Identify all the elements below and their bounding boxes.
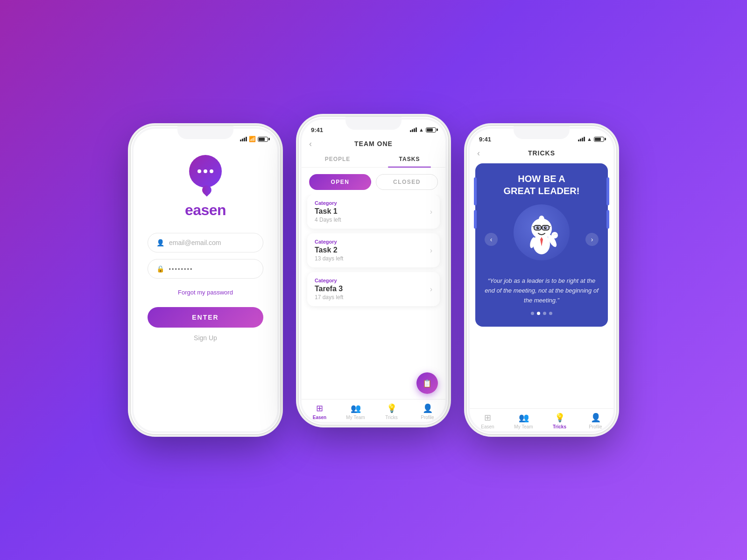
profile-nav-label: Profile [421, 415, 434, 420]
svg-point-13 [545, 227, 546, 228]
screen-title-tricks: TRICKS [528, 149, 555, 157]
enter-button[interactable]: ENTER [148, 307, 263, 328]
phones-container: 📶 easen 👤 email@email. [131, 126, 616, 434]
svg-point-2 [539, 216, 544, 223]
tricks-nav-icon: 💡 [387, 403, 397, 413]
task-days-1: 4 Days left [315, 217, 341, 223]
nav-easen[interactable]: ⊞ Easen [302, 403, 338, 420]
prev-slide-button[interactable]: ‹ [485, 233, 498, 246]
nav-profile-tricks[interactable]: 👤 Profile [578, 413, 613, 429]
screen-header-tricks: ‹ TRICKS [470, 146, 613, 160]
nav-easen-tricks[interactable]: ⊞ Easen [470, 413, 506, 429]
task-category-1: Category [315, 200, 341, 206]
phone-tricks: 9:41 ▲ ‹ TRICKS [467, 126, 616, 434]
left-accent-1 [474, 177, 477, 205]
back-arrow[interactable]: ‹ [309, 139, 312, 149]
signal-bars-icon-2 [410, 127, 417, 132]
easen-icon-tricks: ⊞ [484, 413, 491, 423]
nav-myteam-tricks[interactable]: 👥 My Team [506, 413, 542, 429]
tricks-nav-label: Tricks [385, 415, 397, 420]
phone-notch [177, 126, 233, 139]
task-card-1[interactable]: Category Task 1 4 Days left › [307, 195, 440, 229]
slide-dot-4 [549, 312, 552, 315]
task-name-3: Tarefa 3 [315, 285, 343, 293]
signal-bars-icon [240, 137, 247, 141]
wifi-icon-3: ▲ [587, 136, 592, 142]
nav-myteam[interactable]: 👥 My Team [338, 403, 374, 420]
filter-open-button[interactable]: OPEN [309, 174, 371, 190]
right-accent-2 [606, 210, 609, 229]
nav-profile[interactable]: 👤 Profile [409, 403, 445, 420]
myteam-nav-label: My Team [346, 415, 365, 420]
slide-dot-2 [537, 312, 540, 315]
tab-people[interactable]: PEOPLE [302, 152, 374, 167]
next-slide-button[interactable]: › [585, 233, 599, 246]
profile-icon-tricks: 👤 [591, 413, 601, 423]
easen-label-tricks: Easen [481, 424, 494, 429]
back-arrow-tricks[interactable]: ‹ [477, 148, 480, 158]
password-placeholder: •••••••• [169, 266, 254, 272]
tricks-screen: 9:41 ▲ ‹ TRICKS [470, 129, 613, 431]
mascot-svg [521, 209, 563, 256]
signal-bars-icon-3 [578, 137, 585, 141]
tricks-label-active: Tricks [553, 424, 566, 429]
password-field[interactable]: 🔒 •••••••• [148, 259, 263, 279]
bottom-nav-tasks: ⊞ Easen 👥 My Team 💡 Tricks 👤 Profile [302, 399, 445, 422]
right-accent-1 [606, 177, 609, 205]
tricks-card: HOW BE AGREAT LEADER! ‹ [475, 163, 608, 327]
tasks-list: Category Task 1 4 Days left › Category T… [302, 195, 445, 399]
tricks-card-title: HOW BE AGREAT LEADER! [504, 173, 580, 197]
task-card-2[interactable]: Category Task 2 13 days left › [307, 233, 440, 267]
add-task-fab[interactable]: 📋 [416, 372, 438, 394]
task-days-2: 13 days left [315, 255, 343, 262]
task-name-1: Task 1 [315, 207, 341, 216]
myteam-icon-tricks: 👥 [519, 413, 529, 423]
task-days-3: 17 days left [315, 294, 343, 301]
task-card-3[interactable]: Category Tarefa 3 17 days left › [307, 272, 440, 306]
myteam-label-tricks: My Team [514, 424, 533, 429]
nav-tricks[interactable]: 💡 Tricks [374, 403, 409, 420]
phone-notch-2 [345, 117, 402, 130]
logo-dots [197, 169, 213, 173]
forgot-password-link[interactable]: Forgot my password [178, 289, 233, 296]
tricks-quote: “Your job as a leader is to be right at … [483, 276, 600, 305]
task-category-2: Category [315, 239, 343, 245]
easen-nav-icon: ⊞ [316, 403, 323, 413]
filter-row: OPEN CLOSED [302, 169, 445, 195]
status-time-3: 9:41 [479, 136, 491, 143]
slide-dot-1 [531, 312, 534, 315]
add-icon: 📋 [423, 379, 432, 388]
app-logo-icon [189, 155, 222, 188]
svg-point-10 [536, 226, 539, 229]
screen-header-tasks: ‹ TEAM ONE [302, 136, 445, 150]
slide-dot-3 [543, 312, 546, 315]
task-arrow-1: › [430, 208, 432, 216]
svg-point-11 [544, 226, 547, 229]
task-arrow-2: › [430, 246, 432, 255]
nav-tricks-tricks[interactable]: 💡 Tricks [542, 413, 578, 429]
wifi-icon-2: ▲ [419, 127, 424, 133]
phone-tasks: 9:41 ▲ ‹ TEAM ONE [299, 117, 448, 425]
left-accent-2 [474, 210, 477, 229]
status-icons-2: ▲ [410, 127, 436, 133]
battery-icon [258, 137, 268, 142]
tab-tasks[interactable]: TASKS [374, 152, 445, 167]
signup-link[interactable]: Sign Up [194, 334, 217, 342]
myteam-nav-icon: 👥 [351, 403, 361, 413]
tabs-bar: PEOPLE TASKS [302, 152, 445, 168]
tricks-icon-active: 💡 [555, 413, 565, 423]
filter-closed-button[interactable]: CLOSED [376, 174, 438, 190]
dots-indicator [531, 312, 552, 315]
task-arrow-3: › [430, 285, 432, 294]
svg-point-15 [551, 232, 558, 238]
profile-label-tricks: Profile [589, 424, 602, 429]
bottom-nav-tricks: ⊞ Easen 👥 My Team 💡 Tricks 👤 Profile [470, 408, 613, 431]
status-time-2: 9:41 [311, 126, 323, 133]
status-icons-3: ▲ [578, 136, 604, 142]
lock-icon: 🔒 [156, 265, 164, 273]
user-icon: 👤 [156, 239, 164, 246]
battery-icon-2 [426, 127, 436, 133]
screen-title-tasks: TEAM ONE [354, 140, 393, 147]
phone-notch-3 [514, 126, 570, 139]
email-field[interactable]: 👤 email@email.com [148, 233, 263, 252]
